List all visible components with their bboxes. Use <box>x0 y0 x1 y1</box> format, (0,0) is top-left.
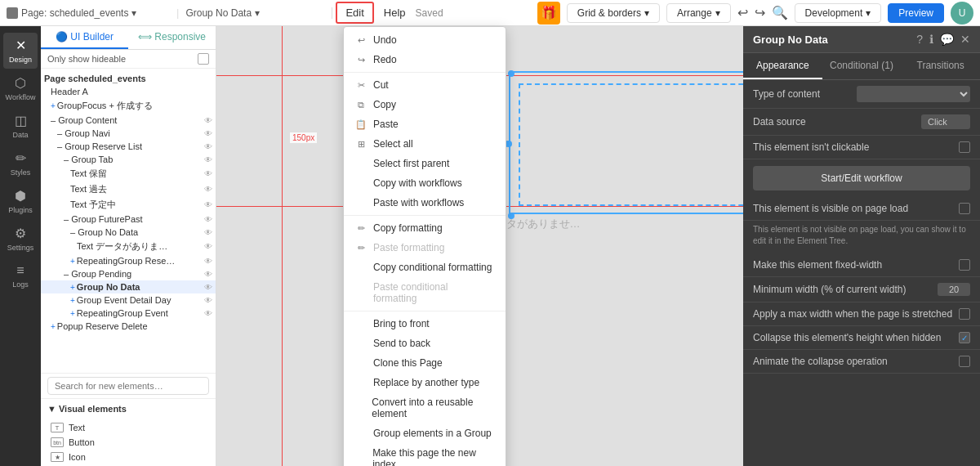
paste-formatting-icon: ✏ <box>355 243 367 253</box>
sidebar-item-data[interactable]: ◫ Data <box>3 108 38 144</box>
type-of-content-select[interactable] <box>857 86 970 102</box>
menu-item-bring-front[interactable]: Bring to front <box>344 314 506 334</box>
ve-icon[interactable]: ★ Icon <box>41 450 216 464</box>
tree-groupfocus[interactable]: + GroupFocus + 作成する <box>41 98 216 114</box>
menu-item-copy-workflows[interactable]: Copy with workflows <box>344 173 506 193</box>
topbar-right: 🎁 Grid & borders ▾ Arrange ▾ ↩ ↪ 🔍 Devel… <box>537 2 973 25</box>
tree-text-horyuu[interactable]: Text 保留 👁 <box>41 166 216 181</box>
tree-text-yoteichuu[interactable]: Text 予定中 👁 <box>41 197 216 213</box>
tree-group-nodata1[interactable]: – Group No Data 👁 <box>41 226 216 239</box>
tree-group-futurepast[interactable]: – Group FuturePast 👁 <box>41 213 216 226</box>
tree-group-navi[interactable]: – Group Navi 👁 <box>41 127 216 140</box>
ve-text-label: Text <box>69 423 85 432</box>
type-of-content-row: Type of content <box>743 80 980 109</box>
tab-ui-builder[interactable]: 🔵 UI Builder <box>41 26 128 49</box>
menu-item-undo[interactable]: ↩ Undo <box>344 30 506 50</box>
menu-item-replace-type[interactable]: Replace by another type <box>344 373 506 392</box>
ve-button[interactable]: btn Button <box>41 435 216 450</box>
development-button[interactable]: Development ▾ <box>795 3 882 23</box>
menu-item-copy[interactable]: ⧉ Copy <box>344 95 506 114</box>
sidebar-item-workflow[interactable]: ⬡ Workflow <box>3 70 38 106</box>
animate-checkbox[interactable] <box>959 356 970 367</box>
sidebar-item-design[interactable]: ✕ Design <box>3 33 38 69</box>
min-width-input[interactable]: 20 <box>938 283 970 296</box>
visible-checkbox[interactable] <box>959 203 970 214</box>
menu-item-cut[interactable]: ✂ Cut <box>344 75 506 95</box>
eye-icon: 👁 <box>204 309 212 318</box>
page-selector[interactable]: Page: scheduled_events ▾ <box>7 7 170 19</box>
search-elements-input[interactable] <box>47 377 209 395</box>
button-element-icon: btn <box>51 437 64 447</box>
tab-responsive[interactable]: ⟺ Responsive <box>128 26 216 49</box>
eye-icon: 👁 <box>204 200 212 209</box>
fixed-width-row: Make this element fixed-width <box>743 253 980 277</box>
workflow-button[interactable]: Start/Edit workflow <box>753 166 970 190</box>
menu-item-send-back[interactable]: Send to back <box>344 334 506 353</box>
tree-group-reserve[interactable]: – Group Reserve List 👁 <box>41 140 216 153</box>
menu-edit[interactable]: Edit <box>336 2 373 24</box>
arrange-button[interactable]: Arrange ▾ <box>666 3 731 23</box>
eye-icon: 👁 <box>204 185 212 194</box>
visual-elements-list: T Text btn Button ★ Icon <box>41 419 216 466</box>
close-icon[interactable]: ✕ <box>960 33 970 46</box>
rp-tab-appearance[interactable]: Appearance <box>743 53 822 79</box>
menu-item-clone-page[interactable]: Clone this Page <box>344 353 506 373</box>
grid-borders-button[interactable]: Grid & borders ▾ <box>567 3 660 23</box>
menu-item-group-elements[interactable]: Group elements in a Group <box>344 423 506 443</box>
group-selector[interactable]: Group No Data ▾ <box>185 7 332 19</box>
help-icon[interactable]: ? <box>916 33 923 46</box>
menu-item-paste-workflows[interactable]: Paste with workflows <box>344 193 506 213</box>
tree-header[interactable]: Header A <box>41 85 216 98</box>
hideable-row: Only show hideable <box>41 50 216 69</box>
preview-button[interactable]: Preview <box>888 3 944 23</box>
eye-icon: 👁 <box>204 283 212 292</box>
rp-tab-conditional[interactable]: Conditional (1) <box>822 53 902 79</box>
menu-item-new-index[interactable]: Make this page the new index <box>344 443 506 466</box>
max-width-checkbox[interactable] <box>959 308 970 320</box>
sidebar-item-settings[interactable]: ⚙ Settings <box>3 221 38 257</box>
menu-item-select-all[interactable]: ⊞ Select all <box>344 134 506 154</box>
gift-button[interactable]: 🎁 <box>537 2 560 25</box>
user-avatar[interactable]: U <box>951 2 973 25</box>
tree-group-event-detail[interactable]: + Group Event Detail Day 👁 <box>41 293 216 307</box>
group-elements-label: Group elements in a Group <box>373 428 492 439</box>
ve-text[interactable]: T Text <box>41 420 216 435</box>
hideable-checkbox[interactable] <box>198 53 209 65</box>
fixed-width-checkbox[interactable] <box>959 259 970 271</box>
search-button[interactable]: 🔍 <box>772 5 788 20</box>
undo-button[interactable]: ↩ <box>737 5 748 20</box>
redo-button[interactable]: ↪ <box>755 5 765 20</box>
tree-group-content[interactable]: – Group Content 👁 <box>41 114 216 127</box>
menu-item-convert-reusable[interactable]: Convert into a reusable element <box>344 392 506 423</box>
tree-repeating-rese[interactable]: + RepeatingGroup Rese… 👁 <box>41 254 216 267</box>
tree-text-data[interactable]: Text データがありま… 👁 <box>41 239 216 254</box>
menu-item-select-first-parent[interactable]: Select first parent <box>344 154 506 173</box>
copy-workflows-label: Copy with workflows <box>373 177 462 189</box>
rp-tab-transitions[interactable]: Transitions <box>901 53 980 79</box>
tree-text-kako[interactable]: Text 過去 👁 <box>41 181 216 197</box>
tree-group-tab[interactable]: – Group Tab 👁 <box>41 153 216 166</box>
not-clickable-checkbox[interactable] <box>959 141 970 153</box>
tree-group-nodata2[interactable]: + Group No Data 👁 <box>41 280 216 293</box>
menu-item-redo[interactable]: ↪ Redo <box>344 50 506 69</box>
tree-page[interactable]: Page scheduled_events <box>41 72 216 85</box>
tree-popup-reserve[interactable]: + Popup Reserve Delete <box>41 320 216 333</box>
tree-group-pending[interactable]: – Group Pending 👁 <box>41 267 216 280</box>
sidebar-item-logs[interactable]: ≡ Logs <box>3 258 38 293</box>
data-source-click[interactable]: Click <box>921 114 970 129</box>
visual-elements-header: ▼ Visual elements <box>41 398 216 419</box>
sidebar-item-plugins[interactable]: ⬢ Plugins <box>3 183 38 219</box>
plus-icon: + <box>70 257 75 266</box>
collapse-checkbox[interactable] <box>959 332 970 343</box>
ui-builder-label: 🔵 UI Builder <box>56 31 114 43</box>
menu-item-copy-conditional[interactable]: Copy conditional formatting <box>344 258 506 277</box>
menu-item-paste[interactable]: 📋 Paste <box>344 114 506 134</box>
ve-button-label: Button <box>69 437 95 447</box>
comment-icon[interactable]: 💬 <box>940 33 954 46</box>
info-icon[interactable]: ℹ <box>929 33 933 46</box>
tree-group-nodata2-label: Group No Data <box>77 282 140 292</box>
tree-repeating-event[interactable]: + RepeatingGroup Event 👁 <box>41 307 216 320</box>
sidebar-item-styles[interactable]: ✏ Styles <box>3 146 38 181</box>
menu-item-copy-formatting[interactable]: ✏ Copy formatting <box>344 218 506 238</box>
menu-help[interactable]: Help <box>376 3 414 22</box>
